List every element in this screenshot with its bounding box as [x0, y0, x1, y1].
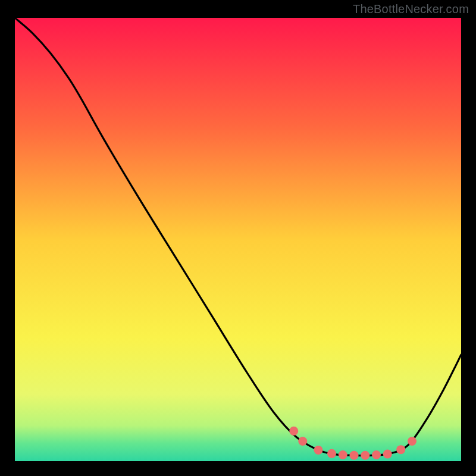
data-marker: [314, 446, 323, 455]
data-marker: [361, 451, 369, 460]
chart-svg: [15, 18, 461, 461]
plot-area: [15, 18, 461, 461]
data-marker: [350, 451, 359, 460]
data-marker: [396, 445, 405, 454]
data-marker: [372, 450, 381, 459]
gradient-background: [15, 18, 461, 461]
data-marker: [339, 450, 347, 459]
attribution-text: TheBottleNecker.com: [353, 2, 469, 16]
data-marker: [298, 437, 307, 446]
data-marker: [408, 437, 416, 446]
data-marker: [383, 450, 392, 459]
data-marker: [327, 449, 336, 458]
chart-container: TheBottleNecker.com: [0, 0, 476, 476]
data-marker: [289, 427, 298, 436]
